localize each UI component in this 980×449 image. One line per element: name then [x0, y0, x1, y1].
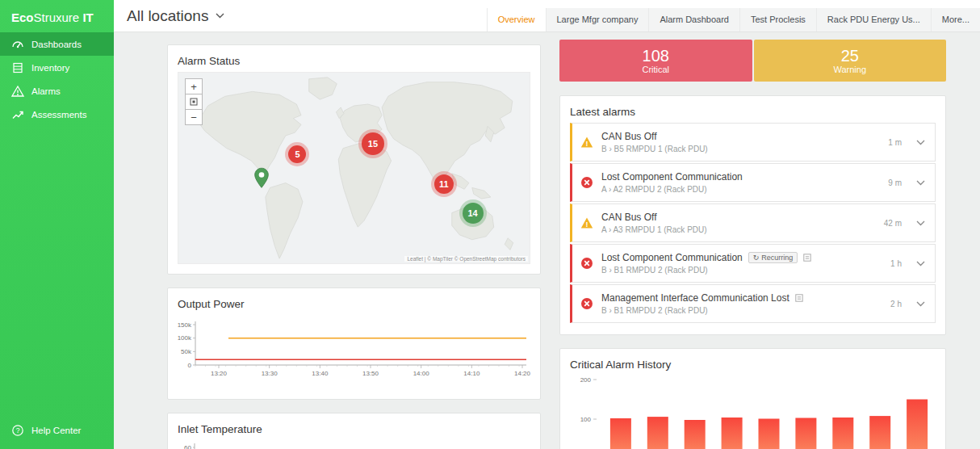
cluster-marker-critical[interactable]: 5 [288, 145, 306, 163]
alarm-age: 2 h [890, 300, 902, 308]
alarm-age: 42 m [884, 219, 902, 228]
critical-label: Critical [642, 65, 669, 74]
critical-alarm-history-card: Critical Alarm History 100200 [559, 348, 946, 449]
cluster-marker-ok[interactable]: 14 [463, 203, 484, 224]
svg-text:150k: 150k [178, 321, 192, 329]
alarm-device-path: B › B1 RMPDU 2 (Rack PDU) [601, 306, 890, 315]
cluster-marker-critical[interactable]: 11 [434, 174, 454, 194]
alarm-title-line: CAN Bus Off [601, 212, 884, 223]
svg-text:14:20: 14:20 [514, 370, 530, 377]
alarm-text: CAN Bus OffB › B5 RMPDU 1 (Rack PDU) [601, 131, 888, 153]
help-center-label: Help Center [31, 426, 81, 435]
fit-bounds-button[interactable] [185, 94, 203, 110]
svg-text:13:40: 13:40 [312, 370, 329, 377]
alarm-row[interactable]: !CAN Bus OffA › A3 RMPDU 1 (Rack PDU)42 … [570, 204, 936, 242]
svg-text:100: 100 [580, 416, 592, 423]
recurring-badge-label: Recurring [761, 254, 793, 262]
details-icon [803, 254, 811, 262]
alarm-title-line: Management Interface Communication Lost [601, 292, 890, 304]
chevron-down-icon [216, 13, 224, 19]
sidebar-item-assessments[interactable]: Assessments [0, 103, 114, 126]
alarm-device-path: A › A2 RMPDU 2 (Rack PDU) [601, 185, 888, 194]
svg-text:14:00: 14:00 [413, 370, 430, 377]
recurring-icon: ↻ [753, 254, 760, 262]
tab-more[interactable]: More... [931, 8, 980, 31]
chevron-down-icon[interactable] [915, 300, 927, 308]
world-map[interactable]: + − 5151114 Leaflet | © MapTiler © OpenS… [178, 72, 530, 264]
tab-large-mfgr-company[interactable]: Large Mfgr company [546, 8, 649, 31]
alarm-row[interactable]: Management Interface Communication LostB… [570, 284, 936, 323]
alarm-row[interactable]: Lost Component Communication↻RecurringB … [570, 244, 936, 283]
top-header: All locations OverviewLarge Mfgr company… [114, 0, 980, 32]
alarm-row[interactable]: Lost Component CommunicationA › A2 RMPDU… [570, 163, 936, 202]
location-selector[interactable]: All locations [114, 7, 237, 25]
help-icon: ? [11, 424, 24, 437]
sidebar-item-inventory[interactable]: Inventory [0, 56, 114, 79]
app-logo: EcoStruxure IT [0, 0, 114, 32]
map-attribution: Leaflet | © MapTiler © OpenStreetMap con… [404, 256, 528, 262]
alarm-age: 1 h [890, 259, 902, 268]
alarm-title: CAN Bus Off [601, 212, 656, 223]
alarm-status-title: Alarm Status [178, 55, 530, 67]
inlet-temperature-card: Inlet Temperature 60 [167, 413, 541, 449]
logo-text-eco: Eco [11, 10, 34, 24]
svg-text:?: ? [16, 426, 20, 434]
chevron-down-icon[interactable] [915, 138, 927, 147]
cluster-marker-critical[interactable]: 15 [362, 132, 384, 155]
zoom-out-button[interactable]: − [185, 109, 203, 125]
inlet-temperature-title: Inlet Temperature [178, 423, 530, 435]
alarm-row[interactable]: !CAN Bus OffB › B5 RMPDU 1 (Rack PDU)1 m [570, 123, 936, 162]
inlet-temperature-chart: 60 [178, 440, 530, 449]
svg-text:13:20: 13:20 [211, 370, 228, 377]
alarm-device-path: B › B1 RMPDU 2 (Rack PDU) [601, 266, 890, 275]
sidebar-item-alarms[interactable]: Alarms [0, 79, 114, 103]
fit-bounds-icon [189, 97, 199, 107]
gauge-icon [11, 38, 24, 51]
zoom-in-button[interactable]: + [185, 78, 203, 94]
sidebar-item-dashboards[interactable]: Dashboards [0, 32, 114, 56]
chevron-down-icon[interactable] [915, 259, 927, 268]
critical-summary-tile[interactable]: 108 Critical [559, 40, 752, 82]
svg-text:13:50: 13:50 [362, 370, 379, 377]
output-power-card: Output Power 050k100k150k13:2013:3013:40… [167, 287, 541, 400]
svg-text:60: 60 [184, 444, 191, 449]
sidebar-nav: DashboardsInventoryAlarmsAssessments [0, 32, 114, 126]
alarm-device-path: A › A3 RMPDU 1 (Rack PDU) [601, 225, 884, 234]
warning-icon: ! [580, 216, 593, 229]
svg-text:100k: 100k [178, 334, 192, 342]
latest-alarms-card: Latest alarms !CAN Bus OffB › B5 RMPDU 1… [559, 95, 946, 335]
alarm-title: Lost Component Communication [601, 252, 743, 263]
alarm-age: 9 m [888, 178, 902, 187]
svg-text:!: ! [586, 220, 588, 229]
tab-rack-pdu-energy-us[interactable]: Rack PDU Energy Us... [816, 8, 931, 31]
sidebar: EcoStruxure IT DashboardsInventoryAlarms… [0, 0, 114, 449]
output-power-chart: 050k100k150k13:2013:3013:4013:5014:0014:… [178, 315, 530, 386]
trend-chart-icon [11, 108, 24, 121]
sidebar-item-label: Assessments [31, 110, 86, 120]
warning-label: Warning [833, 65, 866, 74]
alarm-age: 1 m [888, 138, 902, 147]
latest-alarms-list: !CAN Bus OffB › B5 RMPDU 1 (Rack PDU)1 m… [570, 123, 936, 323]
critical-alarm-history-title: Critical Alarm History [570, 359, 936, 371]
alarm-text: Lost Component CommunicationA › A2 RMPDU… [601, 171, 888, 194]
chevron-down-icon[interactable] [915, 178, 927, 187]
tab-overview[interactable]: Overview [487, 8, 546, 31]
warning-count: 25 [841, 47, 859, 65]
alarm-text: Lost Component Communication↻RecurringB … [601, 252, 890, 275]
latest-alarms-title: Latest alarms [570, 106, 936, 118]
tab-alarm-dashboard[interactable]: Alarm Dashboard [648, 8, 739, 31]
help-center-button[interactable]: ? Help Center [0, 420, 114, 441]
location-selector-label: All locations [127, 7, 208, 25]
warning-icon: ! [580, 136, 593, 149]
map-marker-layer: 5151114 [178, 73, 530, 263]
chevron-down-icon[interactable] [915, 219, 927, 228]
svg-text:200: 200 [580, 376, 592, 384]
recurring-badge: ↻Recurring [748, 252, 798, 263]
tab-test-proclesis[interactable]: Test Proclesis [739, 8, 816, 31]
warning-summary-tile[interactable]: 25 Warning [754, 40, 947, 82]
dashboard-tabs: OverviewLarge Mfgr companyAlarm Dashboar… [487, 8, 980, 31]
critical-icon [580, 257, 593, 270]
logo-text-struxure: Struxure [34, 10, 80, 24]
location-pin-marker[interactable] [253, 167, 270, 192]
critical-count: 108 [643, 47, 669, 65]
